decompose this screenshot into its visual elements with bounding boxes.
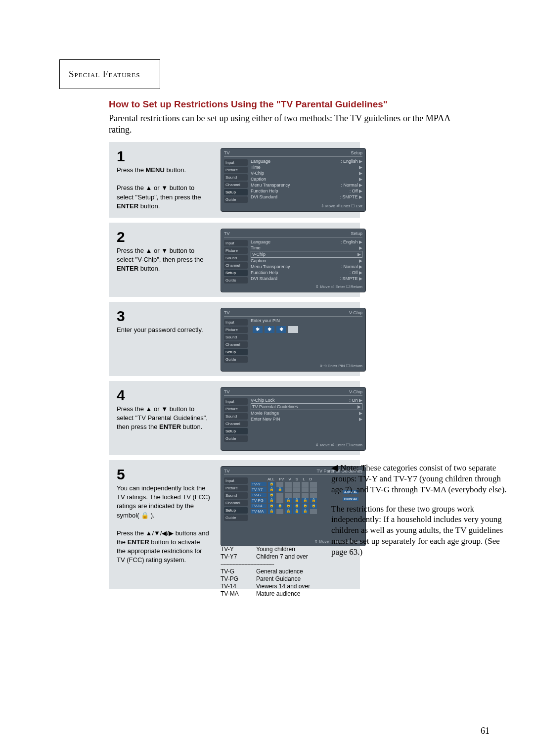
- intro-text: Parental restrictions can be set up usin…: [109, 113, 465, 135]
- step-2-text: Press the ▲ or ▼ button to select "V-Chi…: [117, 246, 211, 274]
- osd-screenshot-pin: TVV-Chip Input Picture Sound Channel Set…: [221, 308, 366, 372]
- section-header-box: Special Features: [59, 59, 160, 89]
- step-3-text: Enter your password correctly.: [117, 326, 211, 334]
- step-4: 4 Press the ▲ or ▼ button to select "TV …: [109, 381, 360, 455]
- side-note: ◀ Note: These categories consist of two …: [331, 454, 509, 566]
- section-title: Special Features: [69, 69, 140, 79]
- osd-screenshot-setup: TVSetup Input Picture Sound Channel Setu…: [221, 148, 366, 212]
- step-2: 2 Press the ▲ or ▼ button to select "V-C…: [109, 223, 360, 297]
- manual-page: Special Features How to Set up Restricti…: [0, 0, 534, 756]
- osd-screenshot-setup-vchip: TVSetup Input Picture Sound Channel Setu…: [221, 229, 366, 292]
- osd-nav: Input Picture Sound Channel Setup Guide: [224, 158, 248, 204]
- page-title: How to Set up Restrictions Using the "TV…: [109, 99, 470, 110]
- pin-entry: ✱✱✱: [253, 326, 362, 333]
- step-1: 1 Press the MENU button. Press the ▲ or …: [109, 142, 360, 218]
- left-arrow-icon: ◀: [331, 463, 338, 472]
- osd-screenshot-vchip-menu: TVV-Chip Input Picture Sound Channel Set…: [221, 387, 366, 451]
- step-4-text: Press the ▲ or ▼ button to select "TV Pa…: [117, 405, 211, 432]
- step-1-text: Press the MENU button. Press the ▲ or ▼ …: [117, 166, 211, 211]
- step-3: 3 Enter your password correctly. TVV-Chi…: [109, 302, 360, 376]
- ratings-legend: TV-YYoung children TV-Y7Children 7 and o…: [221, 545, 310, 598]
- page-number: 61: [481, 726, 490, 736]
- step-5-text: You can independently lock the TV rating…: [117, 484, 211, 565]
- step-5: 5 You can independently lock the TV rati…: [109, 460, 360, 589]
